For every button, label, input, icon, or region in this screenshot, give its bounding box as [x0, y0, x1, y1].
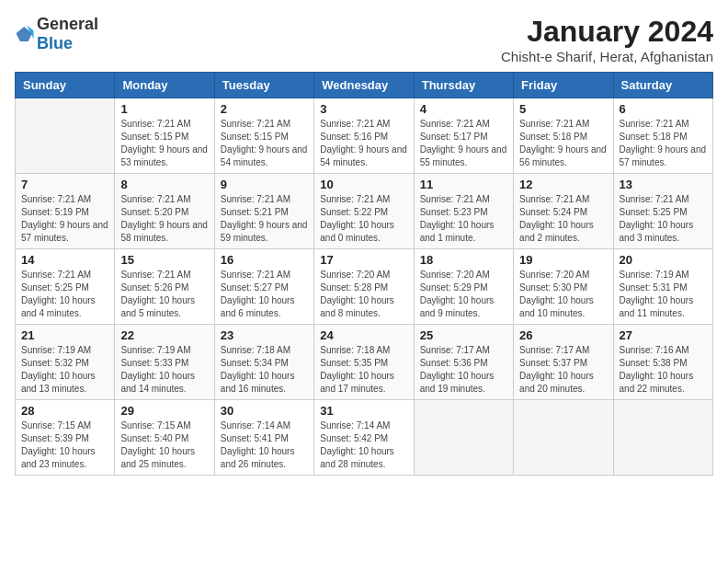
day-number: 26 [519, 328, 607, 342]
day-info: Sunrise: 7:18 AM Sunset: 5:34 PM Dayligh… [221, 344, 308, 396]
calendar-cell: 4Sunrise: 7:21 AM Sunset: 5:17 PM Daylig… [414, 98, 513, 174]
day-info: Sunrise: 7:20 AM Sunset: 5:30 PM Dayligh… [519, 269, 607, 320]
day-info: Sunrise: 7:20 AM Sunset: 5:29 PM Dayligh… [420, 269, 507, 320]
day-number: 9 [221, 178, 308, 191]
logo-icon [15, 24, 35, 44]
calendar-cell: 12Sunrise: 7:21 AM Sunset: 5:24 PM Dayli… [514, 174, 613, 249]
day-info: Sunrise: 7:15 AM Sunset: 5:40 PM Dayligh… [120, 419, 208, 471]
day-info: Sunrise: 7:21 AM Sunset: 5:23 PM Dayligh… [420, 193, 507, 245]
day-number: 24 [320, 328, 407, 342]
day-info: Sunrise: 7:19 AM Sunset: 5:33 PM Dayligh… [120, 344, 208, 396]
logo-blue: Blue [37, 34, 73, 52]
calendar-week-3: 14Sunrise: 7:21 AM Sunset: 5:25 PM Dayli… [16, 249, 713, 325]
subtitle: Chisht-e Sharif, Herat, Afghanistan [501, 49, 713, 64]
day-number: 2 [221, 102, 308, 116]
day-info: Sunrise: 7:21 AM Sunset: 5:21 PM Dayligh… [221, 193, 308, 245]
day-number: 20 [620, 253, 707, 267]
calendar-cell: 29Sunrise: 7:15 AM Sunset: 5:40 PM Dayli… [115, 400, 214, 476]
day-info: Sunrise: 7:15 AM Sunset: 5:39 PM Dayligh… [21, 419, 108, 471]
calendar-cell: 10Sunrise: 7:21 AM Sunset: 5:22 PM Dayli… [314, 174, 414, 249]
calendar-header-sunday: Sunday [16, 73, 115, 98]
day-info: Sunrise: 7:19 AM Sunset: 5:31 PM Dayligh… [620, 269, 707, 320]
day-number: 13 [620, 178, 707, 191]
day-info: Sunrise: 7:21 AM Sunset: 5:22 PM Dayligh… [320, 193, 407, 245]
calendar-table: SundayMondayTuesdayWednesdayThursdayFrid… [15, 72, 713, 476]
day-number: 27 [620, 328, 707, 342]
day-number: 22 [120, 328, 208, 342]
day-info: Sunrise: 7:21 AM Sunset: 5:18 PM Dayligh… [519, 118, 607, 169]
calendar-cell: 11Sunrise: 7:21 AM Sunset: 5:23 PM Dayli… [414, 174, 513, 249]
calendar-cell: 2Sunrise: 7:21 AM Sunset: 5:15 PM Daylig… [214, 98, 313, 174]
calendar-header-saturday: Saturday [613, 73, 712, 98]
day-number: 17 [320, 253, 407, 267]
day-number: 19 [519, 253, 607, 267]
calendar-week-2: 7Sunrise: 7:21 AM Sunset: 5:19 PM Daylig… [16, 174, 713, 249]
day-number: 29 [120, 404, 208, 418]
calendar-cell: 1Sunrise: 7:21 AM Sunset: 5:15 PM Daylig… [115, 98, 214, 174]
calendar-header-row: SundayMondayTuesdayWednesdayThursdayFrid… [16, 73, 713, 98]
calendar-header-friday: Friday [514, 73, 613, 98]
calendar-header-monday: Monday [115, 73, 214, 98]
calendar-cell: 3Sunrise: 7:21 AM Sunset: 5:16 PM Daylig… [314, 98, 414, 174]
day-info: Sunrise: 7:20 AM Sunset: 5:28 PM Dayligh… [320, 269, 407, 320]
day-info: Sunrise: 7:21 AM Sunset: 5:17 PM Dayligh… [420, 118, 507, 169]
calendar-week-1: 1Sunrise: 7:21 AM Sunset: 5:15 PM Daylig… [16, 98, 713, 174]
page-header: General Blue January 2024 Chisht-e Shari… [15, 15, 713, 64]
calendar-cell: 14Sunrise: 7:21 AM Sunset: 5:25 PM Dayli… [16, 249, 115, 325]
day-number: 1 [120, 102, 208, 116]
day-number: 31 [320, 404, 407, 418]
calendar-cell: 22Sunrise: 7:19 AM Sunset: 5:33 PM Dayli… [115, 325, 214, 400]
day-number: 11 [420, 178, 507, 191]
title-block: January 2024 Chisht-e Sharif, Herat, Afg… [501, 15, 713, 64]
day-info: Sunrise: 7:14 AM Sunset: 5:42 PM Dayligh… [320, 419, 407, 471]
day-number: 16 [221, 253, 308, 267]
day-info: Sunrise: 7:21 AM Sunset: 5:27 PM Dayligh… [221, 269, 308, 320]
calendar-cell: 25Sunrise: 7:17 AM Sunset: 5:36 PM Dayli… [414, 325, 513, 400]
day-number: 8 [120, 178, 208, 191]
day-number: 18 [420, 253, 507, 267]
calendar-cell: 30Sunrise: 7:14 AM Sunset: 5:41 PM Dayli… [214, 400, 313, 476]
day-info: Sunrise: 7:21 AM Sunset: 5:25 PM Dayligh… [620, 193, 707, 245]
calendar-cell: 26Sunrise: 7:17 AM Sunset: 5:37 PM Dayli… [514, 325, 613, 400]
day-number: 28 [21, 404, 108, 418]
day-info: Sunrise: 7:18 AM Sunset: 5:35 PM Dayligh… [320, 344, 407, 396]
day-info: Sunrise: 7:21 AM Sunset: 5:25 PM Dayligh… [21, 269, 108, 320]
day-info: Sunrise: 7:16 AM Sunset: 5:38 PM Dayligh… [620, 344, 707, 396]
day-number: 5 [519, 102, 607, 116]
calendar-cell: 27Sunrise: 7:16 AM Sunset: 5:38 PM Dayli… [613, 325, 712, 400]
day-info: Sunrise: 7:21 AM Sunset: 5:19 PM Dayligh… [21, 193, 108, 245]
calendar-cell: 9Sunrise: 7:21 AM Sunset: 5:21 PM Daylig… [214, 174, 313, 249]
calendar-cell [16, 98, 115, 174]
day-number: 10 [320, 178, 407, 191]
day-number: 3 [320, 102, 407, 116]
calendar-cell: 20Sunrise: 7:19 AM Sunset: 5:31 PM Dayli… [613, 249, 712, 325]
day-info: Sunrise: 7:21 AM Sunset: 5:18 PM Dayligh… [620, 118, 707, 169]
day-info: Sunrise: 7:21 AM Sunset: 5:15 PM Dayligh… [221, 118, 308, 169]
day-info: Sunrise: 7:19 AM Sunset: 5:32 PM Dayligh… [21, 344, 108, 396]
calendar-cell: 5Sunrise: 7:21 AM Sunset: 5:18 PM Daylig… [514, 98, 613, 174]
calendar-cell: 8Sunrise: 7:21 AM Sunset: 5:20 PM Daylig… [115, 174, 214, 249]
day-info: Sunrise: 7:17 AM Sunset: 5:36 PM Dayligh… [420, 344, 507, 396]
calendar-header-tuesday: Tuesday [214, 73, 313, 98]
calendar-cell: 31Sunrise: 7:14 AM Sunset: 5:42 PM Dayli… [314, 400, 414, 476]
calendar-week-4: 21Sunrise: 7:19 AM Sunset: 5:32 PM Dayli… [16, 325, 713, 400]
day-number: 12 [519, 178, 607, 191]
day-info: Sunrise: 7:21 AM Sunset: 5:24 PM Dayligh… [519, 193, 607, 245]
calendar-cell: 21Sunrise: 7:19 AM Sunset: 5:32 PM Dayli… [16, 325, 115, 400]
calendar-cell: 15Sunrise: 7:21 AM Sunset: 5:26 PM Dayli… [115, 249, 214, 325]
calendar-cell: 18Sunrise: 7:20 AM Sunset: 5:29 PM Dayli… [414, 249, 513, 325]
day-info: Sunrise: 7:21 AM Sunset: 5:20 PM Dayligh… [120, 193, 208, 245]
day-number: 21 [21, 328, 108, 342]
logo: General Blue [15, 15, 98, 53]
day-number: 7 [21, 178, 108, 191]
calendar-cell: 13Sunrise: 7:21 AM Sunset: 5:25 PM Dayli… [613, 174, 712, 249]
main-title: January 2024 [501, 15, 713, 49]
calendar-cell [414, 400, 513, 476]
calendar-cell: 16Sunrise: 7:21 AM Sunset: 5:27 PM Dayli… [214, 249, 313, 325]
calendar-cell: 6Sunrise: 7:21 AM Sunset: 5:18 PM Daylig… [613, 98, 712, 174]
day-number: 6 [620, 102, 707, 116]
day-number: 23 [221, 328, 308, 342]
day-info: Sunrise: 7:21 AM Sunset: 5:26 PM Dayligh… [120, 269, 208, 320]
calendar-cell: 19Sunrise: 7:20 AM Sunset: 5:30 PM Dayli… [514, 249, 613, 325]
day-info: Sunrise: 7:17 AM Sunset: 5:37 PM Dayligh… [519, 344, 607, 396]
